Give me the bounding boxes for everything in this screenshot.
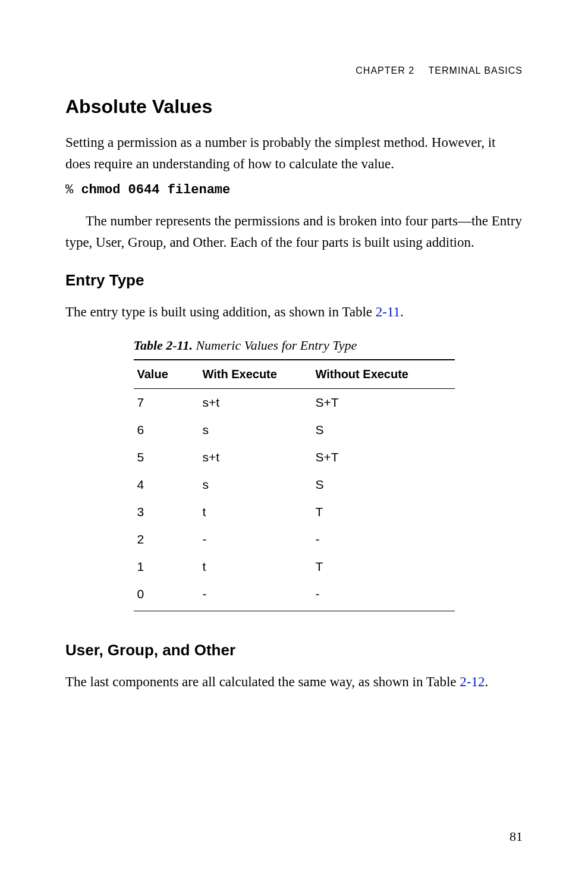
cell-value: 5 — [134, 444, 199, 471]
cell-value: 7 — [134, 389, 199, 417]
cell-with-execute: s — [199, 471, 312, 498]
cell-without-execute: S — [312, 471, 455, 498]
cell-value: 6 — [134, 416, 199, 444]
code-example: % chmod 0644 filename — [65, 183, 523, 197]
subsection-heading-user-group-other: User, Group, and Other — [65, 641, 523, 659]
cell-without-execute: T — [312, 498, 455, 526]
section-heading-absolute-values: Absolute Values — [65, 96, 523, 118]
table-header-row: Value With Execute Without Execute — [134, 360, 455, 389]
col-header-without-execute: Without Execute — [312, 360, 455, 389]
table-row: 5s+tS+T — [134, 444, 455, 471]
table-label: Table 2-11. — [134, 338, 193, 353]
cell-without-execute: S+T — [312, 389, 455, 417]
cell-without-execute: - — [312, 526, 455, 553]
cell-with-execute: t — [199, 553, 312, 580]
cell-with-execute: t — [199, 498, 312, 526]
table-2-11: Table 2-11. Numeric Values for Entry Typ… — [134, 338, 455, 611]
table-row: 1tT — [134, 553, 455, 580]
text: The last components are all calculated t… — [65, 674, 460, 689]
paragraph: Setting a permission as a number is prob… — [65, 132, 523, 174]
text: . — [485, 674, 488, 689]
entry-type-table: Value With Execute Without Execute 7s+tS… — [134, 359, 455, 611]
cell-value: 4 — [134, 471, 199, 498]
table-title: Numeric Values for Entry Type — [193, 338, 357, 353]
col-header-value: Value — [134, 360, 199, 389]
table-row: 6sS — [134, 416, 455, 444]
shell-prompt: % — [65, 183, 81, 197]
subsection-heading-entry-type: Entry Type — [65, 271, 523, 290]
cell-without-execute: T — [312, 553, 455, 580]
table-ref-link[interactable]: 2-12 — [460, 674, 485, 689]
cell-without-execute: - — [312, 580, 455, 611]
paragraph: The last components are all calculated t… — [65, 671, 523, 693]
table-row: 3tT — [134, 498, 455, 526]
running-header: CHAPTER 2 TERMINAL BASICS — [356, 65, 523, 76]
paragraph: The entry type is built using addition, … — [65, 301, 523, 323]
header-chapter: CHAPTER 2 — [356, 65, 414, 76]
cell-without-execute: S+T — [312, 444, 455, 471]
cell-value: 0 — [134, 580, 199, 611]
cell-value: 3 — [134, 498, 199, 526]
cell-with-execute: - — [199, 526, 312, 553]
cell-with-execute: s+t — [199, 444, 312, 471]
table-row: 2-- — [134, 526, 455, 553]
text: The entry type is built using addition, … — [65, 304, 376, 319]
cell-with-execute: s — [199, 416, 312, 444]
table-caption: Table 2-11. Numeric Values for Entry Typ… — [134, 338, 455, 353]
table-ref-link[interactable]: 2-11 — [376, 304, 400, 319]
paragraph: The number represents the permissions an… — [65, 211, 523, 253]
header-title: TERMINAL BASICS — [429, 65, 523, 76]
cell-value: 2 — [134, 526, 199, 553]
cell-with-execute: s+t — [199, 389, 312, 417]
table-row: 4sS — [134, 471, 455, 498]
cell-with-execute: - — [199, 580, 312, 611]
col-header-with-execute: With Execute — [199, 360, 312, 389]
cell-without-execute: S — [312, 416, 455, 444]
cell-value: 1 — [134, 553, 199, 580]
shell-command: chmod 0644 filename — [81, 183, 230, 197]
page-number: 81 — [510, 829, 523, 844]
text: . — [400, 304, 404, 319]
table-row: 7s+tS+T — [134, 389, 455, 417]
table-row: 0-- — [134, 580, 455, 611]
